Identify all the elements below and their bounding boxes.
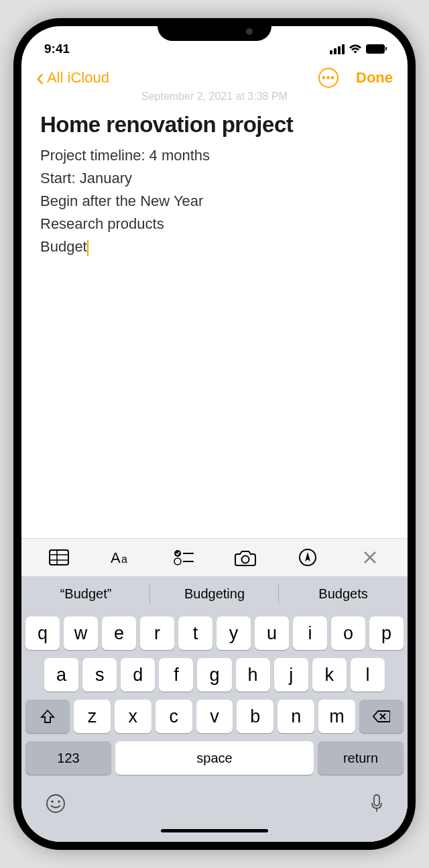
back-button[interactable]: ‹ All iCloud bbox=[36, 69, 109, 87]
svg-point-6 bbox=[174, 550, 181, 557]
key-row-1: q w e r t y u i o p bbox=[25, 616, 404, 650]
svg-rect-0 bbox=[50, 550, 68, 565]
home-indicator[interactable] bbox=[161, 829, 268, 832]
note-line: Begin after the New Year bbox=[40, 190, 389, 213]
checklist-icon[interactable] bbox=[172, 548, 196, 567]
back-label: All iCloud bbox=[47, 69, 109, 87]
phone-screen: 9:41 ‹ All iCloud ••• Done September 2, … bbox=[21, 26, 408, 842]
key-r[interactable]: r bbox=[140, 616, 174, 650]
note-timestamp: September 2, 2021 at 3:38 PM bbox=[21, 91, 408, 103]
key-delete[interactable] bbox=[359, 700, 404, 733]
markup-icon[interactable] bbox=[296, 548, 320, 567]
emoji-icon bbox=[46, 794, 66, 814]
key-d[interactable]: d bbox=[121, 658, 155, 692]
key-return[interactable]: return bbox=[318, 741, 404, 775]
suggestion-bar: “Budget” Budgeting Budgets bbox=[21, 576, 408, 611]
note-line: Start: January bbox=[40, 167, 389, 190]
done-button[interactable]: Done bbox=[356, 69, 393, 87]
note-line: Project timeline: 4 months bbox=[40, 144, 389, 167]
key-x[interactable]: x bbox=[115, 700, 151, 733]
key-h[interactable]: h bbox=[236, 658, 270, 692]
note-title: Home renovation project bbox=[40, 112, 389, 138]
svg-text:A: A bbox=[111, 549, 121, 565]
camera-icon[interactable] bbox=[233, 548, 257, 567]
table-icon[interactable] bbox=[47, 548, 71, 567]
key-q[interactable]: q bbox=[25, 616, 60, 650]
emoji-button[interactable] bbox=[46, 794, 66, 818]
suggestion-item[interactable]: Budgets bbox=[279, 576, 408, 611]
keyboard: q w e r t y u i o p a s d f g h bbox=[21, 611, 408, 842]
dictation-button[interactable] bbox=[370, 794, 383, 818]
suggestion-item[interactable]: Budgeting bbox=[150, 576, 279, 611]
key-row-bottom: 123 space return bbox=[25, 741, 404, 775]
more-button[interactable]: ••• bbox=[318, 68, 339, 88]
keyboard-bottom-bar bbox=[25, 783, 404, 825]
wifi-icon bbox=[349, 44, 362, 54]
shift-icon bbox=[40, 709, 55, 724]
key-shift[interactable] bbox=[25, 700, 70, 733]
key-row-2: a s d f g h j k l bbox=[25, 658, 404, 692]
key-o[interactable]: o bbox=[331, 616, 365, 650]
key-n[interactable]: n bbox=[278, 700, 314, 733]
key-p[interactable]: p bbox=[369, 616, 404, 650]
key-f[interactable]: f bbox=[159, 658, 193, 692]
svg-point-10 bbox=[242, 556, 249, 563]
key-b[interactable]: b bbox=[237, 700, 273, 733]
svg-rect-19 bbox=[374, 795, 379, 806]
text-cursor bbox=[87, 240, 88, 256]
key-z[interactable]: z bbox=[74, 700, 111, 733]
key-i[interactable]: i bbox=[293, 616, 327, 650]
suggestion-item[interactable]: “Budget” bbox=[21, 576, 150, 611]
key-j[interactable]: j bbox=[274, 658, 308, 692]
keyboard-area: Aa “Budget” Budgeting Budgets bbox=[21, 538, 408, 842]
svg-point-16 bbox=[47, 795, 64, 812]
key-row-3: z x c v b n m bbox=[25, 700, 404, 733]
note-line-cursor: Budget bbox=[40, 235, 389, 258]
key-s[interactable]: s bbox=[82, 658, 117, 692]
key-c[interactable]: c bbox=[156, 700, 192, 733]
key-u[interactable]: u bbox=[255, 616, 289, 650]
signal-icon bbox=[330, 44, 345, 54]
svg-point-8 bbox=[174, 558, 181, 565]
status-indicators bbox=[330, 44, 385, 54]
svg-point-18 bbox=[58, 800, 60, 803]
key-t[interactable]: t bbox=[178, 616, 212, 650]
battery-icon bbox=[366, 44, 385, 54]
note-editor[interactable]: Home renovation project Project timeline… bbox=[21, 103, 408, 268]
phone-frame: 9:41 ‹ All iCloud ••• Done September 2, … bbox=[13, 18, 416, 850]
key-l[interactable]: l bbox=[351, 658, 385, 692]
format-toolbar: Aa bbox=[21, 538, 408, 576]
key-e[interactable]: e bbox=[102, 616, 136, 650]
text-format-icon[interactable]: Aa bbox=[109, 548, 133, 567]
status-time: 9:41 bbox=[44, 42, 70, 56]
key-w[interactable]: w bbox=[64, 616, 98, 650]
key-space[interactable]: space bbox=[115, 741, 314, 775]
key-v[interactable]: v bbox=[196, 700, 233, 733]
key-y[interactable]: y bbox=[217, 616, 251, 650]
note-line: Research products bbox=[40, 213, 389, 235]
chevron-left-icon: ‹ bbox=[36, 72, 44, 84]
svg-text:a: a bbox=[121, 553, 127, 565]
delete-icon bbox=[373, 710, 390, 723]
key-a[interactable]: a bbox=[44, 658, 78, 692]
key-numbers[interactable]: 123 bbox=[25, 741, 111, 775]
notch bbox=[158, 18, 271, 41]
close-keyboard-button[interactable] bbox=[358, 548, 382, 567]
key-k[interactable]: k bbox=[312, 658, 347, 692]
mic-icon bbox=[370, 794, 383, 814]
more-icon: ••• bbox=[322, 72, 335, 84]
key-m[interactable]: m bbox=[318, 700, 355, 733]
key-g[interactable]: g bbox=[197, 658, 231, 692]
svg-point-17 bbox=[51, 800, 54, 803]
